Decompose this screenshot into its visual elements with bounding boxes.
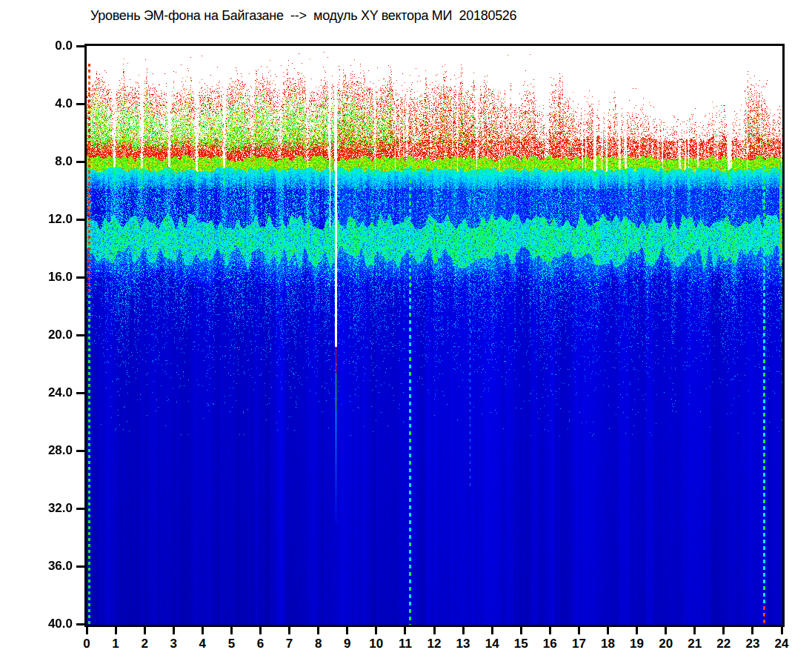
- x-tick-label: 1: [102, 637, 129, 651]
- x-tick-label: 3: [160, 637, 187, 651]
- x-tick-mark: [693, 627, 696, 634]
- x-tick-mark: [230, 627, 233, 634]
- x-tick-label: 2: [131, 637, 158, 651]
- y-tick-label: 40.0: [22, 617, 73, 631]
- plot-frame: [84, 44, 785, 627]
- x-tick-mark: [636, 627, 638, 634]
- x-tick-mark: [549, 627, 551, 634]
- y-tick-mark: [76, 219, 84, 221]
- x-tick-mark: [607, 627, 609, 634]
- x-tick-label: 11: [392, 637, 419, 651]
- x-tick-mark: [375, 627, 377, 634]
- x-tick-mark: [520, 627, 522, 634]
- x-tick-label: 17: [565, 637, 592, 651]
- x-tick-label: 21: [682, 637, 708, 651]
- y-tick-mark: [76, 565, 84, 568]
- x-tick-mark: [751, 627, 753, 634]
- x-tick-label: 8: [305, 637, 332, 651]
- x-tick-label: 5: [218, 637, 244, 651]
- x-tick-label: 4: [189, 637, 216, 651]
- x-tick-mark: [288, 627, 290, 634]
- x-tick-label: 6: [247, 637, 274, 651]
- y-tick-mark: [76, 623, 84, 625]
- spectrogram-chart: Уровень ЭМ-фона на Байгазане --> модуль …: [0, 0, 812, 667]
- x-tick-label: 23: [739, 637, 766, 651]
- x-tick-mark: [144, 627, 146, 634]
- y-tick-label: 36.0: [22, 559, 73, 574]
- y-tick-label: 16.0: [22, 270, 73, 285]
- x-tick-mark: [462, 627, 465, 634]
- y-tick-label: 12.0: [22, 212, 73, 227]
- y-tick-mark: [76, 450, 84, 452]
- chart-title: Уровень ЭМ-фона на Байгазане --> модуль …: [90, 8, 516, 24]
- x-tick-mark: [433, 627, 436, 634]
- y-tick-label: 8.0: [22, 154, 73, 169]
- y-tick-mark: [76, 334, 84, 336]
- x-tick-mark: [665, 627, 667, 634]
- x-tick-label: 13: [450, 637, 476, 651]
- x-tick-label: 7: [276, 637, 303, 651]
- x-tick-mark: [173, 627, 175, 634]
- x-tick-mark: [491, 627, 493, 634]
- x-tick-mark: [259, 627, 262, 634]
- y-tick-label: 4.0: [22, 96, 73, 111]
- x-tick-label: 16: [536, 637, 563, 651]
- y-tick-mark: [76, 276, 84, 279]
- y-tick-label: 28.0: [22, 443, 73, 458]
- x-tick-mark: [722, 627, 725, 634]
- x-tick-mark: [781, 627, 783, 634]
- x-tick-label: 10: [363, 637, 390, 651]
- x-tick-label: 22: [710, 637, 737, 651]
- y-tick-label: 20.0: [22, 328, 73, 342]
- x-tick-mark: [346, 627, 348, 634]
- y-tick-mark: [76, 161, 84, 163]
- x-tick-label: 0: [73, 637, 100, 651]
- y-tick-mark: [76, 508, 84, 510]
- x-tick-label: 15: [508, 637, 534, 651]
- x-tick-label: 9: [334, 637, 361, 651]
- y-tick-label: 32.0: [22, 501, 73, 516]
- x-tick-mark: [115, 627, 117, 634]
- y-tick-label: 0.0: [22, 39, 73, 53]
- x-tick-label: 12: [421, 637, 447, 651]
- x-tick-label: 24: [768, 637, 795, 651]
- spectrogram-canvas: [87, 46, 782, 625]
- x-tick-mark: [578, 627, 580, 634]
- x-tick-mark: [317, 627, 319, 634]
- y-tick-label: 24.0: [22, 385, 73, 400]
- x-tick-label: 19: [624, 637, 650, 651]
- x-tick-label: 20: [653, 637, 679, 651]
- x-tick-mark: [404, 627, 406, 634]
- x-tick-mark: [86, 627, 88, 634]
- x-tick-label: 14: [479, 637, 505, 651]
- x-tick-label: 18: [595, 637, 622, 651]
- y-tick-mark: [76, 392, 84, 394]
- y-tick-mark: [76, 45, 84, 47]
- x-tick-mark: [202, 627, 204, 634]
- y-tick-mark: [76, 103, 84, 105]
